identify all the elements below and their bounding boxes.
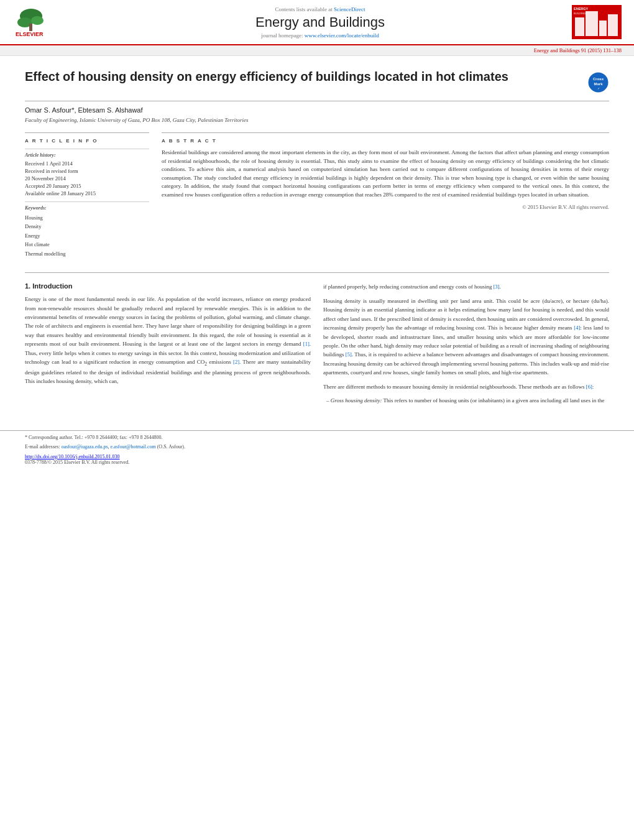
issn-line: 0378-7788/© 2015 Elsevier B.V. All right… bbox=[25, 459, 609, 465]
keywords-section: Keywords: Housing Density Energy Hot cli… bbox=[25, 201, 149, 258]
journal-center-info: Contents lists available at ScienceDirec… bbox=[68, 6, 572, 39]
keyword-2: Density bbox=[25, 222, 149, 231]
copyright: © 2015 Elsevier B.V. All rights reserved… bbox=[162, 204, 609, 210]
keywords-label: Keywords: bbox=[25, 205, 149, 211]
keyword-4: Hot climate bbox=[25, 240, 149, 249]
ref-5-link[interactable]: [5] bbox=[346, 351, 352, 358]
svg-rect-8 bbox=[586, 11, 598, 36]
svg-rect-7 bbox=[575, 17, 584, 36]
section-divider bbox=[25, 272, 609, 273]
received-date: Received 1 April 2014 bbox=[25, 160, 149, 167]
doi-anchor[interactable]: http://dx.doi.org/10.1016/j.enbuild.2015… bbox=[25, 454, 120, 459]
svg-text:Cross: Cross bbox=[593, 77, 604, 81]
intro-text-right-p1: if planned properly, help reducing const… bbox=[323, 282, 609, 292]
affiliation: Faculty of Engineering, Islamic Universi… bbox=[25, 117, 609, 123]
ref-2-link[interactable]: [2] bbox=[233, 359, 239, 365]
elsevier-logo: ELSEVIER bbox=[12, 5, 68, 39]
svg-text:✓: ✓ bbox=[597, 86, 600, 90]
article-info-column: A R T I C L E I N F O Article history: R… bbox=[25, 132, 149, 263]
science-direct-line: Contents lists available at ScienceDirec… bbox=[81, 6, 559, 12]
footnote-email: E-mail addresses: oasfour@iugaza.edu.ps,… bbox=[25, 443, 609, 451]
keyword-5: Thermal modelling bbox=[25, 249, 149, 258]
abstract-column: A B S T R A C T Residential buildings ar… bbox=[162, 132, 609, 263]
article-title: Effect of housing density on energy effi… bbox=[25, 68, 587, 85]
article-meta-section: A R T I C L E I N F O Article history: R… bbox=[25, 132, 609, 263]
crossmark-badge[interactable]: Cross Mark ✓ bbox=[587, 72, 609, 93]
svg-text:ELSEVIER: ELSEVIER bbox=[16, 31, 44, 37]
svg-text:BUILDINGS: BUILDINGS bbox=[574, 12, 587, 15]
journal-logo: ENERGY BUILDINGS bbox=[572, 5, 622, 39]
bullet-gross-density: – Gross housing density: This refers to … bbox=[323, 396, 609, 405]
footnote-author: * Corresponding author. Tel.: +970 8 264… bbox=[25, 434, 609, 441]
article-history: Article history: Received 1 April 2014 R… bbox=[25, 149, 149, 196]
body-left-column: 1. Introduction Energy is one of the mos… bbox=[25, 282, 311, 408]
email-link-1[interactable]: oasfour@iugaza.edu.ps bbox=[62, 444, 108, 450]
keyword-3: Energy bbox=[25, 231, 149, 240]
ref-6-link[interactable]: [6] bbox=[586, 384, 592, 390]
article-info-link[interactable]: Energy and Buildings 91 (2015) 131–138 bbox=[534, 47, 622, 53]
svg-text:Mark: Mark bbox=[594, 82, 603, 86]
intro-text-right-p2: Housing density is usually measured in d… bbox=[323, 297, 609, 377]
article-title-section: Effect of housing density on energy effi… bbox=[25, 68, 609, 101]
svg-text:ENERGY: ENERGY bbox=[574, 7, 589, 11]
journal-header: ELSEVIER Contents lists available at Sci… bbox=[0, 0, 634, 45]
intro-text-right-p3: There are different methods to measure h… bbox=[323, 382, 609, 392]
received-revised-date: 20 November 2014 bbox=[25, 175, 149, 182]
keyword-1: Housing bbox=[25, 213, 149, 222]
ref-3-link[interactable]: [3] bbox=[494, 284, 500, 290]
intro-heading: 1. Introduction bbox=[25, 282, 311, 290]
authors: Omar S. Asfour*, Ebtesam S. Alshawaf bbox=[25, 106, 609, 114]
doi-link: http://dx.doi.org/10.1016/j.enbuild.2015… bbox=[25, 454, 609, 459]
abstract-text: Residential buildings are considered amo… bbox=[162, 149, 609, 199]
svg-rect-4 bbox=[29, 24, 32, 31]
svg-point-3 bbox=[31, 16, 44, 25]
intro-text-left: Energy is one of the most fundamental ne… bbox=[25, 295, 311, 386]
footer-section: * Corresponding author. Tel.: +970 8 264… bbox=[0, 430, 634, 471]
svg-rect-10 bbox=[608, 14, 618, 36]
body-right-column: if planned properly, help reducing const… bbox=[323, 282, 609, 408]
email-link-2[interactable]: e.asfour@hotmail.com bbox=[111, 444, 156, 450]
article-info-bar: Energy and Buildings 91 (2015) 131–138 bbox=[0, 45, 634, 56]
article-info-box: A R T I C L E I N F O Article history: R… bbox=[25, 132, 149, 258]
journal-homepage-link[interactable]: www.elsevier.com/locate/enbuild bbox=[305, 32, 379, 39]
journal-title-header: Energy and Buildings bbox=[81, 14, 559, 30]
accepted-date: Accepted 20 January 2015 bbox=[25, 183, 149, 189]
article-info-label: A R T I C L E I N F O bbox=[25, 138, 149, 144]
received-revised-label: Received in revised form bbox=[25, 168, 149, 174]
main-content: Effect of housing density on energy effi… bbox=[0, 56, 634, 421]
body-columns: 1. Introduction Energy is one of the mos… bbox=[25, 282, 609, 408]
science-direct-link[interactable]: ScienceDirect bbox=[334, 6, 365, 12]
abstract-label: A B S T R A C T bbox=[162, 138, 609, 144]
ref-4-link[interactable]: [4] bbox=[574, 325, 580, 331]
abstract-box: A B S T R A C T Residential buildings ar… bbox=[162, 132, 609, 210]
svg-rect-9 bbox=[599, 21, 607, 36]
journal-homepage: journal homepage: www.elsevier.com/locat… bbox=[81, 32, 559, 39]
history-label: Article history: bbox=[25, 152, 149, 158]
ref-1-link[interactable]: [1] bbox=[303, 341, 310, 347]
keywords-list: Housing Density Energy Hot climate Therm… bbox=[25, 213, 149, 258]
available-date: Available online 28 January 2015 bbox=[25, 190, 149, 196]
page: ELSEVIER Contents lists available at Sci… bbox=[0, 0, 634, 840]
